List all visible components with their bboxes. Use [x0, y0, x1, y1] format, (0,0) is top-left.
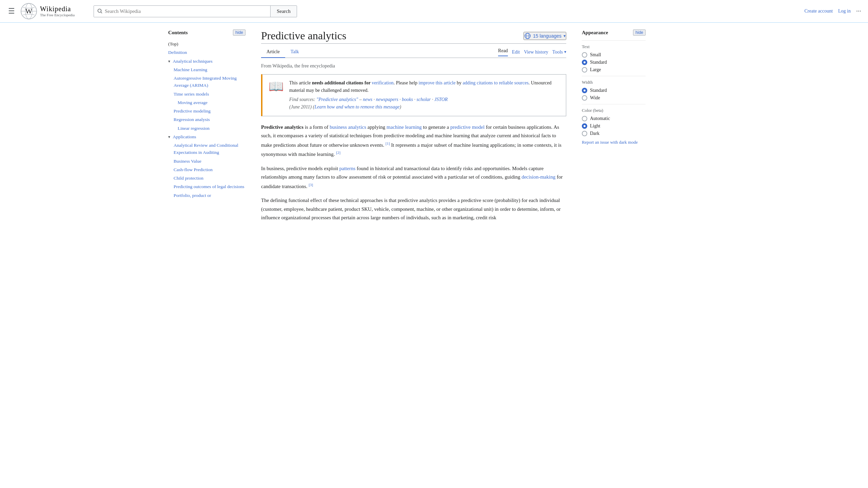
list-item: Cash-flow Prediction	[168, 165, 245, 174]
predictive-model-link[interactable]: predictive model	[450, 124, 485, 130]
list-item: Time series models	[168, 90, 245, 98]
find-news-link[interactable]: news	[363, 97, 372, 102]
toc-collapse-analytical[interactable]: ▾	[168, 59, 170, 64]
hamburger-icon[interactable]: ☰	[7, 5, 16, 17]
toc-link-linear-regression[interactable]: Linear regression	[178, 126, 210, 131]
text-large-radio[interactable]	[582, 67, 587, 73]
toc-link-child-protection[interactable]: Child protection	[174, 176, 203, 181]
tab-read[interactable]: Read	[498, 48, 508, 56]
citation-verification-link[interactable]: verification	[372, 80, 394, 85]
paragraph-2: In business, predictive models exploit p…	[261, 164, 566, 191]
search-input[interactable]	[105, 6, 267, 17]
decision-making-link[interactable]: decision-making	[521, 174, 555, 180]
color-dark-radio[interactable]	[582, 131, 587, 136]
ref-1-link[interactable]: [1]	[386, 141, 390, 145]
search-icon	[97, 8, 103, 14]
list-item: Predicting outcomes of legal decisions	[168, 182, 245, 191]
wikipedia-logo[interactable]: W Wikipedia The Free Encyclopedia	[20, 3, 75, 20]
color-radio-group: Automatic Light Dark	[582, 116, 646, 136]
width-wide-radio[interactable]	[582, 95, 587, 101]
text-standard-option[interactable]: Standard	[582, 60, 646, 65]
find-sources-title-link[interactable]: "Predictive analytics"	[316, 97, 358, 102]
header-right: Create account Log in ···	[804, 7, 861, 15]
language-icon	[524, 33, 531, 39]
toc-title: Contents	[168, 30, 188, 36]
color-automatic-radio[interactable]	[582, 116, 587, 121]
find-books-link[interactable]: books	[402, 97, 413, 102]
find-jstor-link[interactable]: JSTOR	[434, 97, 448, 102]
language-button[interactable]: 15 languages ▾	[524, 32, 566, 40]
color-dark-option[interactable]: Dark	[582, 131, 646, 136]
intro-paragraph: Predictive analytics is a form of busine…	[261, 123, 566, 159]
color-automatic-option[interactable]: Automatic	[582, 116, 646, 121]
toc-link-time-series[interactable]: Time series models	[174, 92, 209, 97]
citation-needs-text: needs additional citations for	[312, 80, 372, 85]
article-body: Predictive analytics is a form of busine…	[261, 123, 566, 222]
toc-link-definition[interactable]: Definition	[168, 50, 187, 55]
toc-link-machine-learning[interactable]: Machine Learning	[174, 67, 207, 72]
toc-link-predictive-modeling[interactable]: Predictive modeling	[174, 108, 211, 114]
paragraph-3: The defining functional effect of these …	[261, 196, 566, 222]
article-tab-bar: Article Talk Read Edit View history Tool…	[261, 46, 566, 58]
patterns-link[interactable]: patterns	[339, 166, 355, 171]
width-standard-radio[interactable]	[582, 88, 587, 93]
page-title: Predictive analytics	[261, 29, 346, 42]
find-sources-label: Find sources:	[289, 97, 316, 102]
list-item: Predictive modeling	[168, 107, 245, 115]
article-subject-bold: Predictive analytics	[261, 124, 303, 130]
tab-view-history[interactable]: View history	[524, 49, 548, 55]
width-standard-option[interactable]: Standard	[582, 88, 646, 93]
find-scholar-link[interactable]: scholar	[416, 97, 431, 102]
appearance-hide-button[interactable]: hide	[633, 29, 646, 36]
toc-top-link[interactable]: (Top)	[168, 41, 178, 46]
toc-link-analytical-techniques[interactable]: Analytical techniques	[173, 59, 213, 64]
text-small-radio[interactable]	[582, 52, 587, 58]
business-analytics-link[interactable]: business analytics	[330, 124, 366, 130]
improve-article-link[interactable]: improve this article	[419, 80, 456, 85]
color-divider	[582, 104, 646, 104]
width-wide-option[interactable]: Wide	[582, 95, 646, 101]
tab-edit[interactable]: Edit	[512, 49, 520, 55]
wikipedia-globe-icon: W	[20, 3, 37, 20]
list-item: Autoregressive Integrated Moving Average…	[168, 74, 245, 90]
remove-message-link[interactable]: Learn how and when to remove this messag…	[314, 104, 399, 109]
find-newspapers-link[interactable]: newspapers	[376, 97, 398, 102]
toc-link-moving-average[interactable]: Moving average	[178, 100, 208, 105]
create-account-link[interactable]: Create account	[804, 8, 833, 14]
tab-article[interactable]: Article	[261, 46, 285, 58]
color-light-radio[interactable]	[582, 123, 587, 129]
machine-learning-link[interactable]: machine learning	[387, 124, 422, 130]
list-item: Analytical Review and Conditional Expect…	[168, 141, 245, 157]
toc-hide-button[interactable]: hide	[233, 29, 245, 36]
citation-date: (June 2011)	[289, 104, 312, 109]
ref-3-link[interactable]: [3]	[309, 183, 313, 187]
ref-2-link[interactable]: [2]	[336, 150, 340, 155]
toc-collapse-applications[interactable]: ▾	[168, 135, 170, 139]
toc-link-applications[interactable]: Applications	[173, 134, 196, 139]
header-left: ☰ W Wikipedia The Free Encyclopedia	[7, 3, 88, 20]
text-large-option[interactable]: Large	[582, 67, 646, 73]
toc-link-regression-analysis[interactable]: Regression analysis	[174, 117, 210, 122]
appearance-sidebar: Appearance hide Text Small Standard Larg…	[576, 23, 651, 235]
color-light-option[interactable]: Light	[582, 123, 646, 129]
svg-point-4	[98, 9, 101, 13]
tab-talk[interactable]: Talk	[285, 46, 304, 58]
tools-button[interactable]: Tools ▾	[552, 49, 566, 55]
list-item: Portfolio, product or	[168, 191, 245, 200]
log-in-link[interactable]: Log in	[838, 8, 851, 14]
toc-link-business-value[interactable]: Business Value	[174, 159, 201, 164]
toc-link-predicting-legal[interactable]: Predicting outcomes of legal decisions	[174, 184, 244, 189]
report-dark-mode-link[interactable]: Report an issue with dark mode	[582, 140, 646, 145]
citation-text-prefix: This article	[289, 80, 312, 85]
text-small-option[interactable]: Small	[582, 52, 646, 58]
toc-link-cashflow-prediction[interactable]: Cash-flow Prediction	[174, 167, 213, 172]
toc-link-portfolio-product[interactable]: Portfolio, product or	[174, 193, 211, 198]
toc-link-arima[interactable]: Autoregressive Integrated Moving Average…	[174, 76, 237, 88]
appearance-title: Appearance	[582, 30, 608, 36]
search-button[interactable]: Search	[270, 6, 297, 17]
adding-citations-link[interactable]: adding citations to reliable sources	[462, 80, 528, 85]
more-options-icon[interactable]: ···	[856, 7, 861, 15]
list-item: Machine Learning	[168, 65, 245, 74]
text-standard-radio[interactable]	[582, 60, 587, 65]
toc-link-analytical-review[interactable]: Analytical Review and Conditional Expect…	[174, 143, 238, 155]
